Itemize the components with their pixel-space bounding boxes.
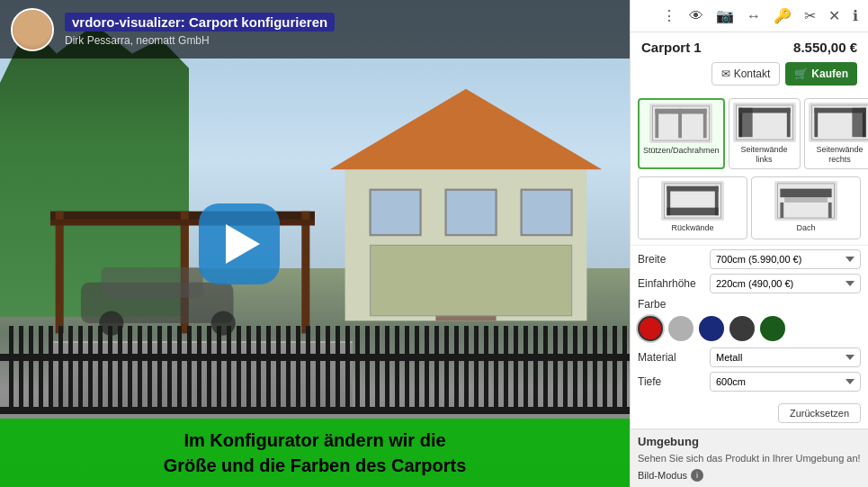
color-dark-gray[interactable] bbox=[729, 316, 755, 341]
avatar bbox=[11, 8, 54, 51]
right-panel: ⋮ 👁 📷 ↔ 🔑 ✂ ✕ ℹ Carport 1 8.550,00 € ✉ K… bbox=[630, 0, 868, 487]
key-icon[interactable]: 🔑 bbox=[771, 5, 794, 26]
scissors-icon[interactable]: ✂ bbox=[801, 5, 819, 26]
product-title: Carport 1 bbox=[641, 40, 702, 55]
buy-button[interactable]: 🛒 Kaufen bbox=[785, 62, 857, 86]
top-bar-text: vrdoro-visualizer: Carport konfigurieren… bbox=[65, 13, 335, 47]
color-light-gray[interactable] bbox=[668, 316, 694, 341]
component-grid-row2: Rückwände Dach bbox=[631, 175, 868, 245]
tiefe-row: Tiefe 600cm bbox=[638, 372, 861, 392]
svg-rect-39 bbox=[780, 203, 783, 218]
einfahrhoehe-row: Einfahrhöhe 220cm (490,00 €) bbox=[638, 274, 861, 293]
environment-section: Umgebung Sehen Sie sich das Produkt in I… bbox=[631, 428, 868, 487]
material-row: Material Metall bbox=[638, 347, 861, 367]
svg-rect-35 bbox=[667, 207, 718, 215]
product-price: 8.550,00 € bbox=[793, 40, 857, 55]
component-stuetzen[interactable]: Stützen/Dachrahmen bbox=[638, 98, 725, 169]
buy-label: Kaufen bbox=[811, 68, 848, 80]
material-select[interactable]: Metall bbox=[710, 347, 861, 367]
label-rueckwaende: Rückwände bbox=[671, 223, 713, 233]
video-title: vrdoro-visualizer: Carport konfigurieren bbox=[65, 13, 335, 32]
fence bbox=[0, 326, 630, 413]
component-seite-links[interactable]: Seitenwände links bbox=[729, 98, 801, 169]
contact-icon: ✉ bbox=[721, 68, 730, 80]
svg-rect-19 bbox=[703, 109, 707, 138]
svg-rect-4 bbox=[522, 190, 572, 235]
house bbox=[315, 24, 617, 365]
subtitle-line2: Größe und die Farben des Carports bbox=[164, 455, 467, 475]
thumb-rueckwaende bbox=[661, 181, 724, 221]
svg-rect-38 bbox=[784, 197, 828, 203]
svg-rect-32 bbox=[667, 185, 718, 191]
component-rueckwaende[interactable]: Rückwände bbox=[638, 176, 747, 239]
svg-rect-6 bbox=[371, 245, 572, 315]
video-subtitle: Dirk Pessarra, neomatt GmbH bbox=[65, 34, 335, 47]
svg-rect-29 bbox=[852, 108, 865, 137]
contact-button[interactable]: ✉ Kontakt bbox=[711, 62, 781, 86]
info-icon[interactable]: ℹ bbox=[850, 5, 861, 26]
farbe-row: Farbe bbox=[638, 298, 861, 343]
play-icon bbox=[226, 224, 260, 264]
play-button[interactable] bbox=[199, 203, 280, 284]
label-seite-rechts: Seitenwände rechts bbox=[809, 145, 868, 165]
svg-rect-25 bbox=[786, 108, 790, 137]
component-dach[interactable]: Dach bbox=[751, 176, 861, 239]
svg-rect-3 bbox=[446, 190, 497, 235]
subtitle-bar: Im Konfigurator ändern wir die Größe und… bbox=[0, 419, 630, 487]
reset-row: Zurücksetzen bbox=[631, 400, 868, 428]
thumb-dach bbox=[774, 181, 837, 221]
config-section: Breite 700cm (5.990,00 €) Einfahrhöhe 22… bbox=[631, 245, 868, 400]
color-dark-green[interactable] bbox=[760, 316, 785, 341]
einfahrhoehe-label: Einfahrhöhe bbox=[638, 277, 710, 290]
color-red[interactable] bbox=[638, 316, 663, 341]
label-dach: Dach bbox=[796, 223, 815, 233]
label-stuetzen: Stützen/Dachrahmen bbox=[643, 146, 720, 156]
thumb-stuetzen bbox=[649, 104, 712, 143]
close-icon[interactable]: ✕ bbox=[826, 5, 843, 26]
farbe-label: Farbe bbox=[638, 298, 861, 311]
thumb-seite-rechts bbox=[809, 103, 868, 142]
bild-modus-row: Bild-Modus i bbox=[638, 469, 861, 482]
material-label: Material bbox=[638, 351, 710, 364]
svg-rect-8 bbox=[56, 212, 64, 334]
video-panel: vrdoro-visualizer: Carport konfigurieren… bbox=[0, 0, 630, 487]
product-header: Carport 1 8.550,00 € bbox=[631, 32, 868, 59]
color-navy[interactable] bbox=[699, 316, 724, 341]
svg-rect-37 bbox=[780, 188, 831, 197]
svg-rect-9 bbox=[301, 212, 309, 334]
svg-rect-24 bbox=[738, 108, 752, 137]
label-seite-links: Seitenwände links bbox=[733, 145, 796, 165]
bild-modus-info-icon[interactable]: i bbox=[691, 469, 703, 482]
thumb-seite-links bbox=[733, 103, 796, 142]
svg-rect-20 bbox=[678, 109, 682, 138]
camera-icon[interactable]: 📷 bbox=[713, 5, 737, 26]
environment-label: Umgebung bbox=[638, 435, 861, 448]
breite-row: Breite 700cm (5.990,00 €) bbox=[638, 249, 861, 269]
view-icon[interactable]: 👁 bbox=[686, 6, 706, 26]
resize-icon[interactable]: ↔ bbox=[744, 6, 764, 26]
subtitle-text: Im Konfigurator ändern wir die Größe und… bbox=[164, 428, 467, 478]
svg-rect-40 bbox=[828, 203, 832, 218]
color-options bbox=[638, 314, 861, 343]
action-buttons: ✉ Kontakt 🛒 Kaufen bbox=[631, 59, 868, 93]
component-seite-rechts[interactable]: Seitenwände rechts bbox=[804, 98, 868, 169]
breite-label: Breite bbox=[638, 253, 710, 266]
svg-rect-30 bbox=[814, 108, 818, 137]
svg-rect-18 bbox=[656, 109, 659, 138]
svg-marker-1 bbox=[330, 89, 602, 170]
contact-label: Kontakt bbox=[734, 68, 771, 80]
svg-rect-13 bbox=[102, 267, 203, 298]
environment-desc: Sehen Sie sich das Produkt in Ihrer Umge… bbox=[638, 452, 861, 465]
tiefe-label: Tiefe bbox=[638, 375, 710, 388]
tiefe-select[interactable]: 600cm bbox=[710, 372, 861, 392]
bild-modus-label: Bild-Modus bbox=[638, 470, 687, 481]
breite-select[interactable]: 700cm (5.990,00 €) bbox=[710, 249, 861, 269]
toolbar: ⋮ 👁 📷 ↔ 🔑 ✂ ✕ ℹ bbox=[631, 0, 868, 32]
video-top-bar: vrdoro-visualizer: Carport konfigurieren… bbox=[0, 0, 630, 59]
subtitle-line1: Im Konfigurator ändern wir die bbox=[183, 430, 445, 450]
einfahrhoehe-select[interactable]: 220cm (490,00 €) bbox=[710, 274, 861, 293]
reset-button[interactable]: Zurücksetzen bbox=[778, 403, 861, 423]
svg-rect-2 bbox=[371, 190, 421, 235]
cart-icon: 🛒 bbox=[794, 68, 808, 80]
more-icon[interactable]: ⋮ bbox=[659, 5, 679, 26]
